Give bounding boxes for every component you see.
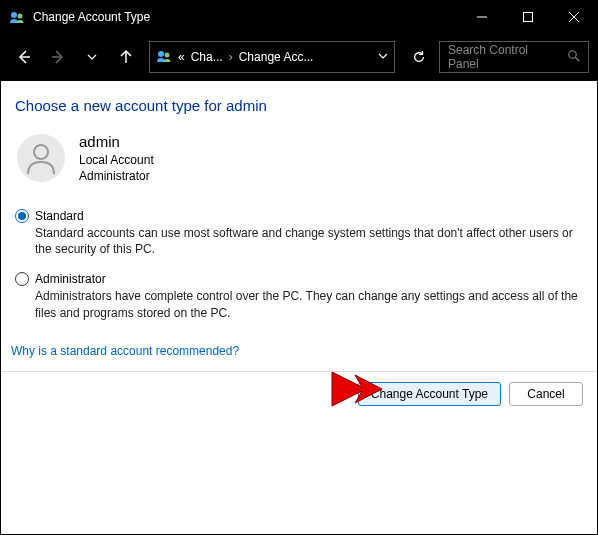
svg-line-12: [576, 57, 580, 61]
breadcrumb-prefix: «: [178, 50, 185, 64]
option-admin[interactable]: Administrator Administrators have comple…: [15, 272, 583, 322]
window-controls: [459, 1, 597, 33]
svg-point-11: [569, 50, 577, 58]
breadcrumb-icon: [156, 48, 172, 67]
breadcrumb-item-1[interactable]: Cha...: [191, 50, 223, 64]
svg-rect-3: [524, 13, 533, 22]
user-type: Local Account: [79, 152, 154, 168]
maximize-button[interactable]: [505, 1, 551, 33]
search-placeholder: Search Control Panel: [448, 43, 562, 71]
breadcrumb-item-2[interactable]: Change Acc...: [239, 50, 314, 64]
radio-admin[interactable]: [15, 272, 29, 286]
cancel-button[interactable]: Cancel: [509, 382, 583, 406]
user-name: admin: [79, 132, 154, 152]
option-admin-label: Administrator: [35, 272, 106, 286]
svg-point-9: [158, 51, 164, 57]
chevron-right-icon: ›: [229, 50, 233, 64]
option-admin-desc: Administrators have complete control ove…: [35, 288, 583, 322]
svg-point-13: [34, 145, 48, 159]
svg-point-10: [165, 52, 170, 57]
titlebar: Change Account Type: [1, 1, 597, 33]
refresh-button[interactable]: [403, 41, 435, 73]
breadcrumb[interactable]: « Cha... › Change Acc...: [149, 41, 395, 73]
search-icon: [568, 50, 580, 65]
option-standard-label: Standard: [35, 209, 84, 223]
minimize-button[interactable]: [459, 1, 505, 33]
search-input[interactable]: Search Control Panel: [439, 41, 589, 73]
user-block: admin Local Account Administrator: [17, 132, 583, 185]
option-standard-desc: Standard accounts can use most software …: [35, 225, 583, 259]
radio-standard[interactable]: [15, 209, 29, 223]
option-standard[interactable]: Standard Standard accounts can use most …: [15, 209, 583, 259]
back-button[interactable]: [9, 42, 39, 72]
up-button[interactable]: [111, 42, 141, 72]
window-title: Change Account Type: [33, 10, 459, 24]
change-account-type-button[interactable]: Change Account Type: [358, 382, 501, 406]
help-link[interactable]: Why is a standard account recommended?: [11, 344, 239, 358]
svg-point-0: [11, 12, 17, 18]
app-icon: [9, 9, 25, 25]
page-title: Choose a new account type for admin: [15, 97, 583, 114]
content-area: Choose a new account type for admin admi…: [1, 81, 597, 372]
svg-point-1: [18, 14, 23, 19]
user-role: Administrator: [79, 168, 154, 184]
button-row: Change Account Type Cancel: [1, 372, 597, 416]
close-button[interactable]: [551, 1, 597, 33]
address-bar: « Cha... › Change Acc... Search Control …: [1, 33, 597, 81]
avatar: [17, 134, 65, 182]
user-info: admin Local Account Administrator: [79, 132, 154, 185]
chevron-down-icon[interactable]: [378, 50, 388, 64]
recent-dropdown[interactable]: [77, 42, 107, 72]
forward-button[interactable]: [43, 42, 73, 72]
